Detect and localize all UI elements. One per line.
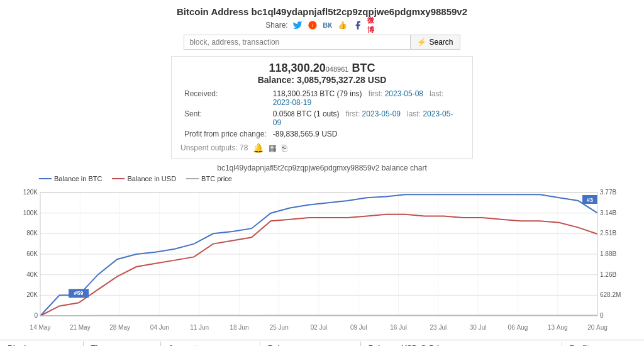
btc-amount: 118,300.20048961 BTC: [180, 62, 464, 75]
col-balance-usd[interactable]: Balance, USD @ Price ⇅: [362, 342, 562, 346]
facebook-icon[interactable]: [352, 20, 364, 31]
search-button[interactable]: ⚡ Search: [410, 35, 460, 50]
search-icon: ⚡: [417, 38, 426, 47]
address-info: 118,300.20048961 BTC Balance: 3,085,795,…: [171, 56, 473, 159]
twitter-icon[interactable]: [292, 20, 303, 31]
usd-balance: Balance: 3,085,795,327.28 USD: [180, 75, 464, 85]
qr-icon[interactable]: ▦: [269, 143, 277, 153]
bell-icon[interactable]: 🔔: [253, 143, 264, 153]
col-block[interactable]: Block ⇅: [1, 342, 84, 346]
copy-icon[interactable]: ⎘: [282, 143, 287, 153]
balance-chart: [14, 184, 630, 335]
page-title: Bitcoin Address bc1ql49ydapnjafl5t2cp9zq…: [0, 0, 644, 20]
share-label: Share:: [265, 21, 287, 30]
weibo-icon[interactable]: 微博: [367, 20, 379, 31]
col-profit[interactable]: Profit ⇅: [564, 342, 643, 346]
reddit-icon[interactable]: r: [307, 20, 318, 31]
chart-title: bc1ql49ydapnjafl5t2cp9zqpjwe6pdgmxy98859…: [0, 164, 644, 172]
col-time[interactable]: Time ⇅: [85, 342, 161, 346]
thumbsup-icon[interactable]: 👍: [337, 20, 348, 31]
vk-icon[interactable]: ВК: [322, 20, 333, 31]
footer-table: Block ⇅ Time ⇅ Amount ⇅ Balance ⇅ Balanc…: [0, 340, 644, 346]
search-input[interactable]: [184, 35, 410, 50]
unspent-row: Unspent outputs: 78 🔔 ▦ ⎘: [180, 143, 464, 153]
info-table: Received: 118,300.2513 BTC (79 ins) firs…: [180, 87, 464, 140]
chart-legend: Balance in BTC Balance in USD BTC price: [39, 175, 630, 182]
col-balance[interactable]: Balance ⇅: [262, 342, 361, 346]
col-amount[interactable]: Amount ⇅: [162, 342, 260, 346]
